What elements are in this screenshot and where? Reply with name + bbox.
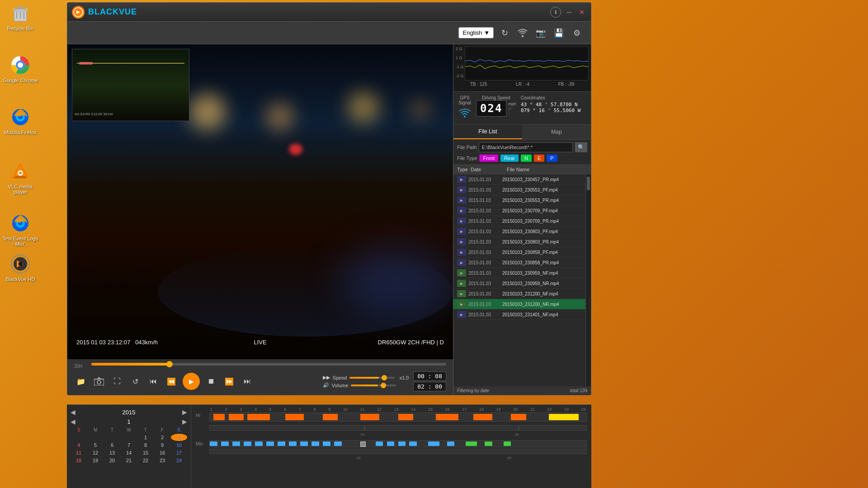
file-date: 2015.01.03 — [468, 219, 502, 224]
cal-day[interactable]: 2 — [154, 434, 170, 441]
file-row[interactable]: ▶ 2015.01.03 20150103_230553_PR.mp4 — [453, 195, 585, 206]
hour-track[interactable] — [209, 413, 587, 422]
cal-next-month[interactable]: ▶ — [182, 418, 187, 425]
cal-day[interactable]: 9 — [154, 441, 170, 449]
skip-forward-button[interactable]: ⏭ — [241, 375, 254, 388]
camera-button[interactable]: 📷 — [533, 26, 548, 40]
file-date: 2015.01.03 — [468, 208, 502, 213]
col-date-header: Date — [471, 167, 507, 172]
step-back-button[interactable]: ⏪ — [165, 375, 178, 388]
cal-day[interactable]: 1 — [137, 434, 154, 441]
file-type-row: File Type Front Rear N E P — [457, 155, 587, 162]
save-button[interactable]: 💾 — [552, 26, 566, 40]
min-track[interactable] — [209, 440, 587, 447]
settings-button[interactable]: ⚙ — [570, 26, 584, 40]
cal-prev-month[interactable]: ◀ — [71, 418, 75, 425]
volume-slider[interactable] — [351, 385, 396, 386]
cal-day[interactable]: 10 — [171, 441, 187, 449]
file-row[interactable]: ▶ 2015.01.03 20150103_231200_NR.mp4 — [453, 299, 585, 310]
rotate-button[interactable]: ↺ — [128, 375, 142, 388]
cal-day[interactable]: 22 — [137, 457, 154, 464]
file-type-icon: ▶ — [457, 207, 466, 214]
close-button[interactable]: ✕ — [577, 8, 586, 17]
pip-timestamp: A3:S4:R9 213:25 39:H4 — [75, 112, 113, 116]
cal-day[interactable]: 3 — [171, 434, 187, 441]
cal-year: 2015 — [123, 409, 136, 416]
cal-next-year[interactable]: ▶ — [182, 408, 187, 416]
gps-signal-box: GPSSignal — [458, 95, 472, 121]
cal-day[interactable]: 4 — [71, 441, 87, 449]
cal-day[interactable]: 24 — [171, 457, 187, 464]
bottom-area: ◀ 2015 ▶ ◀ 1 ▶ S M T W T F S 12345678910… — [67, 404, 591, 488]
camera-capture-button[interactable] — [92, 375, 106, 388]
minimize-button[interactable]: ─ — [565, 8, 574, 17]
svg-point-28 — [464, 116, 466, 117]
type-p-button[interactable]: P — [547, 155, 557, 162]
step-forward-button[interactable]: ⏩ — [222, 375, 236, 388]
cal-day[interactable]: 5 — [87, 441, 104, 449]
file-path-input[interactable] — [479, 142, 573, 152]
test-event-icon[interactable]: Test Event Logs - Micr... — [2, 212, 38, 247]
chrome-icon[interactable]: Google Chrome — [2, 54, 38, 83]
cal-day[interactable]: 15 — [137, 449, 154, 456]
cal-day[interactable]: 18 — [71, 457, 87, 464]
language-selector[interactable]: English ▼ — [458, 27, 494, 38]
scrollbar[interactable] — [585, 174, 591, 386]
file-row[interactable]: ▶ 2015.01.03 20150103_231401_NF.mp4 — [453, 310, 585, 320]
cal-day[interactable]: 6 — [104, 441, 120, 449]
skip-back-button[interactable]: ⏮ — [146, 375, 160, 388]
file-search-button[interactable]: 🔍 — [575, 142, 587, 152]
file-row[interactable]: ▶ 2015.01.03 20150103_230858_PR.mp4 — [453, 258, 585, 268]
playback-timeline[interactable] — [91, 363, 446, 366]
file-row[interactable]: ▶ 2015.01.03 20150103_230709_PR.mp4 — [453, 216, 585, 226]
vlc-icon[interactable]: VLC media player — [2, 160, 38, 195]
cal-day[interactable]: 20 — [104, 457, 120, 464]
tab-filelist[interactable]: File List — [453, 125, 522, 139]
file-row[interactable]: ▶ 2015.01.03 20150103_230457_PR.mp4 — [453, 174, 585, 185]
cal-day[interactable]: 8 — [137, 441, 154, 449]
cal-day[interactable]: 17 — [171, 449, 187, 456]
hr-row: Hr 1234567891011121314151617181920212223… — [196, 407, 587, 424]
recycle-bin-icon[interactable]: Recycle Bin — [2, 2, 38, 31]
play-button[interactable]: ▶ — [183, 373, 200, 390]
cal-day[interactable]: 21 — [121, 457, 137, 464]
cal-day[interactable]: 16 — [154, 449, 170, 456]
file-row[interactable]: ▶ 2015.01.03 20150103_230959_NR.mp4 — [453, 278, 585, 289]
file-row[interactable]: ▶ 2015.01.03 20150103_230553_PF.mp4 — [453, 185, 585, 195]
hr-scale-row: 10 20 — [196, 425, 587, 431]
cal-day[interactable]: 19 — [87, 457, 104, 464]
file-row[interactable]: ▶ 2015.01.03 20150103_230858_PF.mp4 — [453, 247, 585, 258]
file-name: 20150103_230858_PF.mp4 — [502, 250, 582, 255]
video-pip: A3:S4:R9 213:25 39:H4 — [72, 49, 189, 121]
file-row[interactable]: ▶ 2015.01.03 20150103_230803_PF.mp4 — [453, 226, 585, 237]
file-row[interactable]: ▶ 2015.01.03 20150103_230709_PF.mp4 — [453, 206, 585, 216]
cal-prev-year[interactable]: ◀ — [71, 408, 75, 416]
type-e-button[interactable]: E — [534, 155, 544, 162]
cal-day[interactable]: 14 — [121, 449, 137, 456]
firefox-icon[interactable]: Mozilla Firefox — [2, 106, 38, 135]
type-rear-button[interactable]: Rear — [500, 155, 519, 162]
tab-map[interactable]: Map — [522, 125, 591, 139]
blackvue-icon[interactable]: BlackVue HD — [2, 253, 38, 282]
cal-day[interactable]: 7 — [121, 441, 137, 449]
info-button[interactable]: ℹ — [550, 7, 561, 18]
file-row[interactable]: ▶ 2015.01.03 20150103_230803_PR.mp4 — [453, 237, 585, 247]
file-row[interactable]: ▶ 2015.01.03 20150103_231200_NF.mp4 — [453, 289, 585, 299]
folder-button[interactable]: 📁 — [74, 375, 88, 388]
type-front-button[interactable]: Front — [479, 155, 498, 162]
type-n-button[interactable]: N — [521, 155, 532, 162]
file-date: 2015.01.03 — [468, 198, 502, 203]
cal-day[interactable]: 23 — [154, 457, 170, 464]
cal-day[interactable]: 12 — [87, 449, 104, 456]
cal-day[interactable]: 13 — [104, 449, 120, 456]
file-row[interactable]: ▶ 2015.01.03 20150103_230959_NF.mp4 — [453, 268, 585, 278]
stop-button[interactable]: ⏹ — [204, 375, 218, 388]
cal-month: 1 — [127, 418, 130, 425]
refresh-button[interactable]: ↻ — [497, 26, 512, 40]
logo-icon — [72, 6, 85, 19]
speed-slider[interactable] — [349, 377, 395, 379]
cal-day[interactable]: 11 — [71, 449, 87, 456]
file-type-icon: ▶ — [457, 249, 466, 256]
fullscreen-button[interactable]: ⛶ — [110, 375, 124, 388]
wifi-button[interactable] — [515, 26, 530, 40]
